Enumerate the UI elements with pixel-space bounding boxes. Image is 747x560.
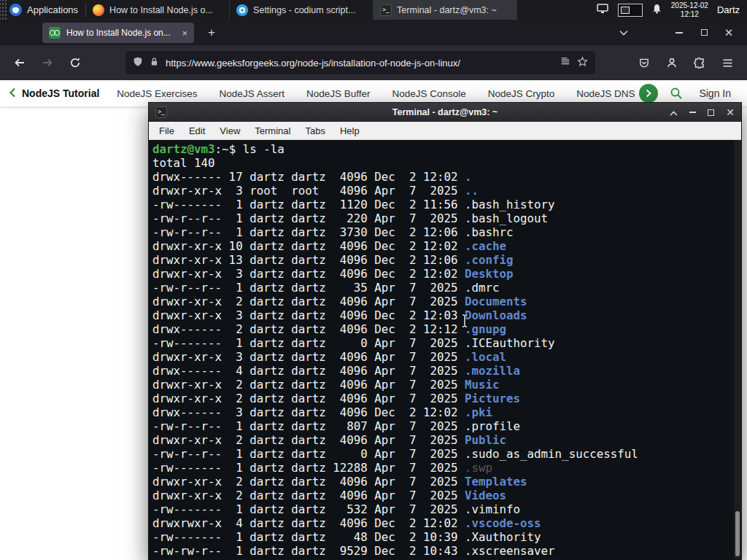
nav-scroll-left-icon[interactable] <box>9 88 16 100</box>
panel-clock[interactable]: 2025-12-02 12:12 <box>671 1 708 18</box>
terminal-menu-item[interactable]: View <box>212 123 247 139</box>
terminal-menu-item[interactable]: Tabs <box>298 123 332 139</box>
nav-scroll-right-icon[interactable] <box>639 84 658 103</box>
site-nav-link[interactable]: NodeJS DNS <box>576 88 635 99</box>
terminal-lines: dartz@vm3:~$ ls -latotal 140drwx------ 1… <box>149 140 741 558</box>
minimize-window-button[interactable] <box>667 20 692 45</box>
terminal-window-controls: ✕ <box>670 106 735 119</box>
toolbar-right-icons <box>632 51 740 74</box>
taskbar-button-label: How to Install Node.js o... <box>109 5 213 15</box>
notification-bell-icon[interactable] <box>651 3 662 17</box>
terminal-scrollbar[interactable] <box>734 140 741 559</box>
site-nav-link[interactable]: NodeJS Exercises <box>117 88 197 99</box>
close-window-button[interactable]: ✕ <box>716 20 741 45</box>
sign-in-button[interactable]: Sign In <box>699 88 731 99</box>
terminal-maximize-icon[interactable] <box>708 109 714 116</box>
geeksforgeeks-favicon <box>49 27 61 39</box>
site-nav-links: NodeJS ExercisesNodeJS AssertNodeJS Buff… <box>117 88 636 99</box>
terminal-line: -rw------- 1 dartz dartz 12288 Apr 7 202… <box>152 461 732 475</box>
browser-toolbar: https://www.geeksforgeeks.org/node-js/in… <box>0 45 747 80</box>
terminal-output[interactable]: dartz@vm3:~$ ls -latotal 140drwx------ 1… <box>149 140 741 559</box>
tab-close-icon[interactable]: × <box>182 28 187 38</box>
forward-button[interactable] <box>35 51 60 74</box>
terminal-menu-item[interactable]: File <box>152 123 182 139</box>
terminal-line: drwxr-xr-x 3 root root 4096 Apr 7 2025 .… <box>152 184 732 198</box>
url-text[interactable]: https://www.geeksforgeeks.org/node-js/in… <box>166 58 554 69</box>
terminal-minimize-icon[interactable] <box>689 112 696 113</box>
new-tab-button[interactable]: + <box>203 24 220 42</box>
tracking-shield-icon[interactable] <box>133 56 143 70</box>
menu-hamburger-icon[interactable] <box>715 51 740 74</box>
reload-button[interactable] <box>63 51 88 74</box>
terminal-line: drwxr-xr-x 2 dartz dartz 4096 Apr 7 2025… <box>152 489 732 502</box>
distro-logo-icon <box>9 4 22 16</box>
user-menu[interactable]: Dartz <box>717 4 741 15</box>
browser-tab-bar: How to Install Node.js on... × + ✕ <box>0 20 747 45</box>
site-nav-brand[interactable]: NodeJS Tutorial <box>22 88 99 99</box>
terminal-title: Terminal - dartz@vm3: ~ <box>149 107 741 117</box>
site-nav-link[interactable]: NodeJS Crypto <box>488 88 555 99</box>
terminal-menu-item[interactable]: Help <box>333 123 367 139</box>
terminal-line: -rw------- 1 dartz dartz 48 Dec 2 10:39 … <box>152 530 732 544</box>
workspace-switcher[interactable] <box>618 4 643 17</box>
clock-time: 12:12 <box>671 10 708 19</box>
terminal-line: -rw-r--r-- 1 dartz dartz 3730 Dec 2 12:0… <box>152 225 732 239</box>
shade-window-icon[interactable] <box>670 106 678 119</box>
terminal-line: -rw-r--r-- 1 dartz dartz 0 Apr 7 2025 .s… <box>152 447 732 461</box>
url-bar[interactable]: https://www.geeksforgeeks.org/node-js/in… <box>125 51 595 74</box>
terminal-line: drwxr-xr-x 13 dartz dartz 4096 Dec 2 12:… <box>152 253 732 267</box>
terminal-line: drwxr-xr-x 2 dartz dartz 4096 Apr 7 2025… <box>152 392 732 405</box>
maximize-window-button[interactable] <box>692 20 716 45</box>
terminal-line: drwx------ 17 dartz dartz 4096 Dec 2 12:… <box>152 170 732 184</box>
account-icon[interactable] <box>659 51 684 74</box>
applications-label: Applications <box>27 4 78 15</box>
browser-tab[interactable]: How to Install Node.js on... × <box>42 23 194 43</box>
bookmark-star-icon[interactable] <box>577 56 588 70</box>
taskbar-button-label: Settings - codium script... <box>253 5 355 15</box>
tab-title: How to Install Node.js on... <box>66 28 176 38</box>
terminal-line: drwxrwxr-x 4 dartz dartz 4096 Dec 2 12:0… <box>152 516 732 530</box>
terminal-line: -rw-rw-r-- 1 dartz dartz 9529 Dec 2 10:4… <box>152 544 732 558</box>
terminal-menu-item[interactable]: Edit <box>182 123 212 139</box>
taskbar-button[interactable]: Settings - codium script... <box>230 0 374 20</box>
clock-date: 2025-12-02 <box>671 1 708 10</box>
terminal-line: -rw-r--r-- 1 dartz dartz 220 Apr 7 2025 … <box>152 211 732 225</box>
terminal-close-icon[interactable]: ✕ <box>726 107 735 117</box>
terminal-menubar: FileEditViewTerminalTabsHelp <box>149 122 741 140</box>
terminal-line: total 140 <box>152 156 732 170</box>
display-tray-icon[interactable] <box>596 3 609 17</box>
site-nav-link[interactable]: NodeJS Console <box>392 88 465 99</box>
pocket-icon[interactable] <box>632 51 657 74</box>
reader-view-icon[interactable] <box>560 56 570 69</box>
terminal-line: drwxr-xr-x 3 dartz dartz 4096 Dec 2 12:0… <box>152 267 732 281</box>
taskbar-button-label: Terminal - dartz@vm3: ~ <box>397 5 497 15</box>
back-button[interactable] <box>7 51 32 74</box>
taskbar-button[interactable]: Terminal - dartz@vm3: ~ <box>374 0 517 20</box>
terminal-line: drwxr-xr-x 2 dartz dartz 4096 Apr 7 2025… <box>152 433 732 447</box>
site-search-icon[interactable] <box>670 87 683 100</box>
terminal-line: drwx------ 4 dartz dartz 4096 Apr 7 2025… <box>152 364 732 378</box>
terminal-line: drwxr-xr-x 3 dartz dartz 4096 Apr 7 2025… <box>152 350 732 364</box>
taskbar: How to Install Node.js o...Settings - co… <box>86 0 517 20</box>
top-panel: Applications How to Install Node.js o...… <box>0 0 747 20</box>
lock-icon[interactable] <box>150 56 159 70</box>
terminal-line: -rw------- 1 dartz dartz 0 Apr 7 2025 .I… <box>152 336 732 350</box>
site-nav-link[interactable]: NodeJS Assert <box>220 88 285 99</box>
terminal-line: drwxr-xr-x 2 dartz dartz 4096 Apr 7 2025… <box>152 378 732 392</box>
site-nav-link[interactable]: NodeJS Buffer <box>306 88 371 99</box>
taskbar-button[interactable]: How to Install Node.js o... <box>86 0 230 20</box>
firefox-icon <box>93 4 104 16</box>
applications-menu[interactable]: Applications <box>7 0 85 20</box>
terminal-line: drwx------ 3 dartz dartz 4096 Dec 2 12:0… <box>152 405 732 419</box>
terminal-line: dartz@vm3:~$ ls -la <box>152 142 732 156</box>
panel-grip[interactable] <box>0 0 7 20</box>
terminal-line: -rw------- 1 dartz dartz 1120 Dec 2 11:5… <box>152 198 732 211</box>
terminal-line: -rw------- 1 dartz dartz 532 Apr 7 2025 … <box>152 502 732 516</box>
terminal-scrollbar-thumb[interactable] <box>735 511 740 556</box>
terminal-menu-item[interactable]: Terminal <box>247 123 298 139</box>
terminal-line: drwxr-xr-x 2 dartz dartz 4096 Apr 7 2025… <box>152 475 732 489</box>
terminal-titlebar[interactable]: Terminal - dartz@vm3: ~ ✕ <box>149 103 741 122</box>
extensions-puzzle-icon[interactable] <box>687 51 712 74</box>
list-tabs-chevron-icon[interactable] <box>611 20 636 45</box>
terminal-line: -rw-r--r-- 1 dartz dartz 807 Apr 7 2025 … <box>152 419 732 433</box>
